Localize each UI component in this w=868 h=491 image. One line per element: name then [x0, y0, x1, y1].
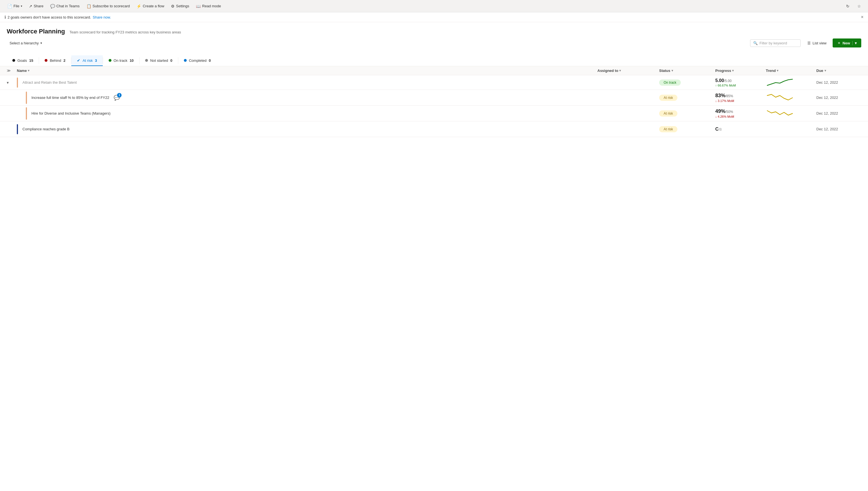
progress-value: 5.00/5.00	[715, 78, 732, 83]
row-assigned-cell	[597, 97, 659, 99]
goals-count: 15	[29, 58, 33, 63]
new-plus-icon: ＋	[837, 40, 841, 46]
row-status-cell: On track	[659, 78, 715, 87]
trend-sparkline	[766, 92, 794, 104]
toolbar-settings[interactable]: ⚙ Settings	[168, 3, 192, 9]
col-name[interactable]: Name ▾	[17, 68, 597, 73]
new-dropdown-icon[interactable]: ▾	[852, 41, 857, 45]
table-row: Hire for Diverse and Inclusive Teams (Ma…	[0, 106, 868, 121]
toolbar-right: ↻ ☆	[843, 2, 864, 11]
progress-target: /5.00	[724, 79, 732, 83]
status-badge: On track	[659, 80, 681, 86]
progress-main: 5.00/5.00	[715, 78, 732, 83]
settings-icon: ⚙	[171, 4, 175, 8]
row-name-text: Compliance reaches grade B	[23, 127, 70, 131]
toolbar-file[interactable]: 📄 File ▾	[4, 3, 25, 9]
tab-goals[interactable]: Goals 15	[7, 56, 39, 66]
progress-sub: ↑ 66.67% MoM	[715, 84, 736, 87]
read-icon: 📖	[196, 4, 201, 8]
file-icon: 📄	[7, 4, 12, 8]
progress-sub: ↓ 3.17% MoM	[715, 99, 734, 103]
row-due-cell: Dec 12, 2022	[816, 110, 861, 117]
chat-label: Chat in Teams	[56, 4, 80, 8]
table-row: ▾ Attract and Retain the Best Talent On …	[0, 75, 868, 90]
col-progress[interactable]: Progress ▾	[715, 68, 766, 73]
progress-value: 83%/85%	[715, 93, 733, 98]
col-assigned-to[interactable]: Assigned to ▾	[597, 68, 659, 73]
col-due[interactable]: Due ▾	[816, 68, 861, 73]
list-view-button[interactable]: ☰ List view	[804, 39, 830, 47]
row-trend-cell	[766, 91, 816, 105]
table-container: ≫ Name ▾ Assigned to ▾ Status ▾ Progress…	[0, 66, 868, 137]
create-flow-label: Create a flow	[143, 4, 164, 8]
at-risk-check-icon: ✔	[77, 58, 80, 63]
comment-badge[interactable]: 💬 1	[114, 95, 120, 101]
share-icon: ↗	[29, 4, 32, 8]
col-trend-label: Trend	[766, 68, 776, 73]
row-trend-cell	[766, 76, 816, 89]
behind-label: Behind	[50, 58, 61, 63]
toolbar-subscribe[interactable]: 📋 Subscribe to scorecard	[84, 3, 133, 9]
col-progress-label: Progress	[715, 68, 731, 73]
notification-bar: ℹ 2 goals owners don't have access to th…	[0, 12, 868, 22]
list-view-label: List view	[812, 41, 827, 45]
hierarchy-dropdown-icon: ▾	[40, 41, 42, 45]
col-name-label: Name	[17, 68, 27, 73]
row-progress-cell: C/B	[715, 125, 766, 133]
header: Workforce Planning Team scorecard for tr…	[0, 22, 868, 55]
tab-at-risk[interactable]: ✔ At risk 3	[71, 55, 102, 66]
completed-count: 0	[209, 58, 211, 63]
refresh-icon-btn[interactable]: ↻	[843, 2, 852, 11]
toolbar-chat-in-teams[interactable]: 💬 Chat in Teams	[48, 3, 83, 9]
row-name-text: Hire for Diverse and Inclusive Teams (Ma…	[31, 111, 111, 115]
status-sort-icon: ▾	[672, 69, 673, 73]
header-title-row: Workforce Planning Team scorecard for tr…	[7, 28, 861, 35]
progress-value: C/B	[715, 127, 722, 132]
expand-all-icon[interactable]: ≫	[7, 68, 11, 73]
hierarchy-select[interactable]: Select a hierarchy ▾	[7, 39, 45, 47]
col-trend[interactable]: Trend ▾	[766, 68, 816, 73]
row-color-indicator	[17, 124, 18, 134]
row-due-cell: Dec 12, 2022	[816, 79, 861, 86]
notification-close[interactable]: ×	[861, 15, 864, 20]
row-trend-cell	[766, 128, 816, 130]
tab-not-started[interactable]: Not started 0	[140, 56, 178, 66]
trend-sort-icon: ▾	[777, 69, 778, 73]
row-due-cell: Dec 12, 2022	[816, 94, 861, 101]
row-expand-cell	[16, 112, 26, 115]
row-status-cell: At risk	[659, 109, 715, 118]
table-header: ≫ Name ▾ Assigned to ▾ Status ▾ Progress…	[0, 66, 868, 75]
row-name-text: Attract and Retain the Best Talent	[23, 80, 76, 85]
toolbar-share[interactable]: ↗ Share	[26, 3, 46, 9]
row-status-cell: At risk	[659, 125, 715, 134]
col-assigned-label: Assigned to	[597, 68, 618, 73]
row-name-text: Increase full time staff % to 85% by end…	[31, 95, 109, 100]
row-assigned-cell	[597, 82, 659, 84]
row-name-cell: Hire for Diverse and Inclusive Teams (Ma…	[26, 106, 597, 121]
new-button[interactable]: ＋ New ▾	[833, 38, 861, 48]
toolbar-read-mode[interactable]: 📖 Read mode	[193, 3, 224, 9]
chat-icon: 💬	[50, 4, 55, 8]
progress-sort-icon: ▾	[732, 69, 734, 73]
toolbar-create-flow[interactable]: ⚡ Create a flow	[134, 3, 167, 9]
subscribe-icon: 📋	[87, 4, 91, 8]
row-progress-cell: 5.00/5.00 ↑ 66.67% MoM	[715, 77, 766, 88]
status-badge: At risk	[659, 126, 677, 132]
filter-box[interactable]: 🔍 Filter by keyword	[750, 39, 801, 47]
progress-target: /B	[719, 127, 722, 132]
tab-behind[interactable]: Behind 2	[39, 56, 71, 66]
settings-label: Settings	[176, 4, 189, 8]
on-track-count: 10	[130, 58, 134, 63]
not-started-dot	[145, 59, 148, 62]
hierarchy-label: Select a hierarchy	[9, 41, 39, 45]
progress-target: /85%	[725, 94, 733, 98]
col-status[interactable]: Status ▾	[659, 68, 715, 73]
table-row: Increase full time staff % to 85% by end…	[0, 90, 868, 106]
share-now-link[interactable]: Share now.	[93, 15, 111, 19]
tab-on-track[interactable]: On track 10	[103, 56, 140, 66]
row-name-cell: Compliance reaches grade B	[17, 123, 597, 135]
tab-completed[interactable]: Completed 0	[178, 56, 216, 66]
star-icon-btn[interactable]: ☆	[855, 2, 864, 11]
row-expand-icon[interactable]: ▾	[7, 80, 9, 85]
progress-main: 49%/50%	[715, 109, 733, 114]
